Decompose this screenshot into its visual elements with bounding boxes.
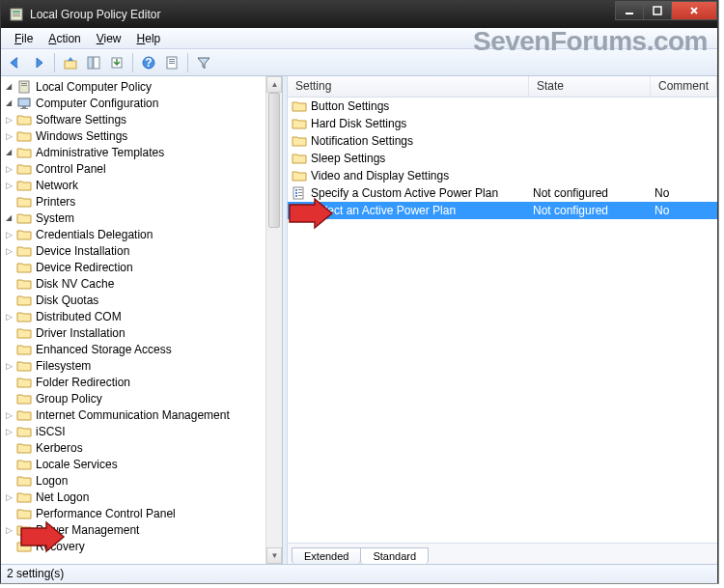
tree-net-logon[interactable]: Net Logon <box>1 489 282 505</box>
tree-enhanced-storage-access[interactable]: Enhanced Storage Access <box>1 341 282 357</box>
menu-file[interactable]: File <box>7 30 41 47</box>
expander-icon[interactable] <box>3 311 14 322</box>
maximize-button[interactable] <box>643 1 672 20</box>
expander-icon[interactable] <box>3 98 14 109</box>
tree-group-policy[interactable]: Group Policy <box>1 390 282 406</box>
tree-folder-redirection[interactable]: Folder Redirection <box>1 374 282 390</box>
expander-icon[interactable] <box>3 409 14 421</box>
column-comment[interactable]: Comment <box>651 76 717 97</box>
back-button[interactable] <box>5 52 26 73</box>
tree-printers[interactable]: Printers <box>1 193 282 210</box>
column-state[interactable]: State <box>529 76 651 97</box>
expander-icon[interactable] <box>3 360 14 372</box>
tree-iscsi[interactable]: iSCSI <box>1 423 282 439</box>
tree-pane[interactable]: Local Computer PolicyComputer Configurat… <box>1 76 283 564</box>
tree-node-label: Software Settings <box>36 113 126 126</box>
tab-extended[interactable]: Extended <box>292 547 361 564</box>
tree-filesystem[interactable]: Filesystem <box>1 357 282 374</box>
list-body[interactable]: Button SettingsHard Disk SettingsNotific… <box>288 98 717 543</box>
tab-standard[interactable]: Standard <box>360 547 429 564</box>
expander-icon[interactable] <box>3 147 14 158</box>
statusbar: 2 setting(s) <box>1 564 717 583</box>
tree-credentials-delegation[interactable]: Credentials Delegation <box>1 226 282 242</box>
setting-label: Specify a Custom Active Power Plan <box>311 186 498 200</box>
column-setting[interactable]: Setting <box>288 76 529 97</box>
list-row[interactable]: Hard Disk Settings <box>288 115 717 132</box>
expander-icon[interactable] <box>3 114 14 126</box>
svg-rect-34 <box>295 212 297 214</box>
tree-scrollbar[interactable]: ▲ ▼ <box>265 76 282 564</box>
tree-distributed-com[interactable]: Distributed COM <box>1 308 282 324</box>
scroll-thumb[interactable] <box>268 93 280 228</box>
properties-button[interactable] <box>161 52 182 73</box>
tree-admin-templates[interactable]: Administrative Templates <box>1 144 282 160</box>
tree-root[interactable]: Local Computer Policy <box>1 78 282 95</box>
tree-node-label: Internet Communication Management <box>36 408 230 422</box>
list-row[interactable]: Specify a Custom Active Power PlanNot co… <box>288 184 717 202</box>
svg-rect-8 <box>94 57 99 69</box>
list-row[interactable]: Sleep Settings <box>288 150 717 167</box>
tree-system[interactable]: System <box>1 210 282 226</box>
menu-view[interactable]: View <box>89 30 129 47</box>
list-row[interactable]: Notification Settings <box>288 132 717 150</box>
svg-rect-15 <box>169 63 175 64</box>
expander-icon[interactable] <box>3 524 14 536</box>
tree-power-management[interactable]: Power Management <box>1 521 282 538</box>
scroll-down-button[interactable]: ▼ <box>266 547 282 564</box>
up-button[interactable] <box>60 52 81 73</box>
tree-node-label: Enhanced Storage Access <box>36 343 172 356</box>
expander-icon[interactable] <box>3 163 14 175</box>
expander-icon[interactable] <box>3 229 14 240</box>
tree-software-settings[interactable]: Software Settings <box>1 111 282 127</box>
tree-device-redirection[interactable]: Device Redirection <box>1 259 282 275</box>
expander-icon[interactable] <box>3 180 14 191</box>
tree-node-label: Printers <box>36 195 75 209</box>
list-row[interactable]: Video and Display Settings <box>288 167 717 184</box>
tree-node-label: Device Redirection <box>36 261 133 274</box>
tree-network[interactable]: Network <box>1 177 282 193</box>
scroll-up-button[interactable]: ▲ <box>266 76 282 93</box>
list-row[interactable]: Select an Active Power PlanNot configure… <box>288 202 717 219</box>
svg-rect-19 <box>18 98 30 106</box>
tree-windows-settings[interactable]: Windows Settings <box>1 127 282 144</box>
forward-button[interactable] <box>28 52 49 73</box>
tree-disk-quotas[interactable]: Disk Quotas <box>1 292 282 308</box>
setting-label: Sleep Settings <box>311 152 385 165</box>
tree-node-label: Administrative Templates <box>36 146 164 159</box>
svg-rect-20 <box>22 106 26 108</box>
filter-button[interactable] <box>193 52 214 73</box>
tree-locale-services[interactable]: Locale Services <box>1 456 282 472</box>
minimize-button[interactable] <box>615 1 644 20</box>
tree-node-label: iSCSI <box>36 425 66 438</box>
tree-kerberos[interactable]: Kerberos <box>1 439 282 456</box>
tree-control-panel[interactable]: Control Panel <box>1 160 282 177</box>
expander-icon[interactable] <box>3 130 14 142</box>
expander-icon[interactable] <box>3 491 14 503</box>
svg-rect-21 <box>20 108 28 109</box>
expander-icon[interactable] <box>3 426 14 437</box>
tree-logon[interactable]: Logon <box>1 472 282 489</box>
tree-recovery[interactable]: Recovery <box>1 538 282 554</box>
tree-driver-installation[interactable]: Driver Installation <box>1 324 282 341</box>
expander-icon[interactable] <box>3 81 14 93</box>
list-row[interactable]: Button Settings <box>288 98 717 115</box>
close-button[interactable] <box>671 1 717 20</box>
svg-rect-31 <box>298 207 302 208</box>
show-hide-tree-button[interactable] <box>83 52 104 73</box>
tree-computer-config[interactable]: Computer Configuration <box>1 95 282 111</box>
tree-performance-control-panel[interactable]: Performance Control Panel <box>1 505 282 521</box>
help-button[interactable]: ? <box>138 52 159 73</box>
tree-node-label: Net Logon <box>36 490 89 504</box>
expander-icon[interactable] <box>3 245 14 257</box>
svg-rect-16 <box>19 81 29 93</box>
export-button[interactable] <box>106 52 127 73</box>
tree-device-installation[interactable]: Device Installation <box>1 242 282 259</box>
menu-action[interactable]: Action <box>41 30 88 47</box>
setting-label: Select an Active Power Plan <box>311 204 456 217</box>
expander-icon[interactable] <box>3 212 14 224</box>
menu-help[interactable]: Help <box>129 30 169 47</box>
tree-internet-communication-management[interactable]: Internet Communication Management <box>1 406 282 423</box>
tree-node-label: System <box>36 211 74 225</box>
titlebar: Local Group Policy Editor <box>1 1 717 28</box>
tree-disk-nv-cache[interactable]: Disk NV Cache <box>1 275 282 292</box>
